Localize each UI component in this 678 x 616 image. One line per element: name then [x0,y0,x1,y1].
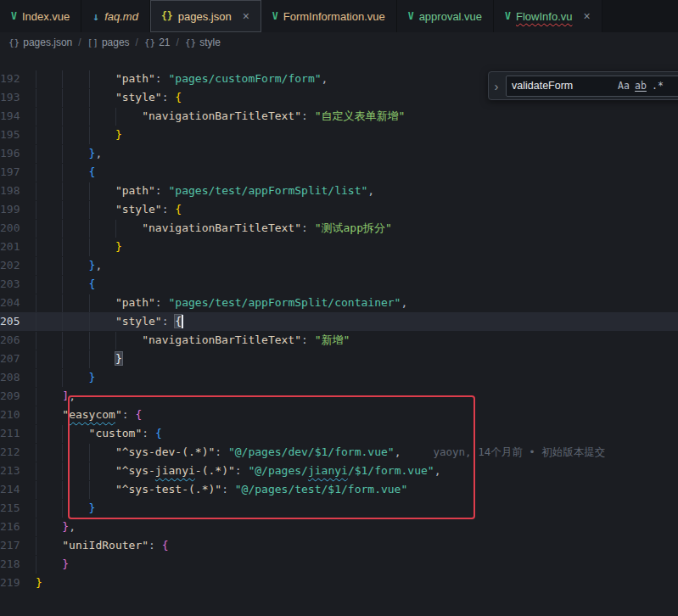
indent-guide [62,313,88,331]
line-text: "path": "pages/test/appFormSplit/list", [36,184,374,197]
indent-guide [115,332,142,350]
code-line-216[interactable]: 216}, [0,518,678,536]
tab-FormInformation.vue[interactable]: VFormInformation.vue [261,0,397,32]
breadcrumb-item-pages.json[interactable]: {}pages.json [8,36,72,48]
vue-icon: V [505,10,511,22]
close-icon[interactable]: × [584,9,591,23]
indent-guide [36,182,62,200]
line-number: 201 [0,238,36,256]
line-number: 202 [0,256,36,275]
line-text: { [36,277,95,290]
breadcrumb-item-pages[interactable]: []pages [87,36,130,48]
tab-faq.md[interactable]: ↓faq.md [81,0,150,32]
indent-guide [36,257,62,275]
tab-label: Index.vue [22,10,70,23]
code-line-218[interactable]: 218} [0,555,678,574]
code-line-213[interactable]: 213"^sys-jianyi-(.*)": "@/pages/jianyi/$… [0,462,678,480]
indent-guide [36,481,62,499]
tab-pages.json[interactable]: {}pages.json× [150,0,261,32]
code-line-200[interactable]: 200"navigationBarTitleText": "测试app拆分" [0,219,678,238]
indent-guide [36,518,62,536]
indent-guide [89,444,115,462]
line-text: { [36,165,95,178]
code-line-209[interactable]: 209], [0,387,678,406]
symbol-icon: {} [144,37,155,48]
git-blame-annotation: yaoyn, 14个月前 • 初始版本提交 [433,445,605,458]
breadcrumb-item-style[interactable]: {}style [185,36,221,48]
indent-guide [36,89,62,107]
tab-Index.vue[interactable]: VIndex.vue [0,0,81,32]
indent-guide [62,276,88,294]
line-number: 206 [0,331,36,350]
code-line-206[interactable]: 206"navigationBarTitleText": "新增" [0,331,678,350]
code-line-214[interactable]: 214"^sys-test-(.*)": "@/pages/test/$1/fo… [0,480,678,499]
line-number: 196 [0,144,36,163]
tab-approval.vue[interactable]: Vapproval.vue [397,0,494,32]
code-editor-window: VIndex.vue↓faq.md{}pages.json×VFormInfor… [0,0,678,616]
line-number: 199 [0,200,36,219]
indent-guide [89,182,115,200]
line-text: "^sys-test-(.*)": "@/pages/test/$1/form.… [36,483,407,496]
line-number: 204 [0,294,36,312]
tab-label: pages.json [178,10,232,23]
line-text: "navigationBarTitleText": "测试app拆分" [36,221,392,234]
code-line-215[interactable]: 215} [0,499,678,518]
code-line-202[interactable]: 202}, [0,256,678,275]
code-line-204[interactable]: 204"path": "pages/test/appFormSplit/cont… [0,294,678,312]
code-line-211[interactable]: 211"custom": { [0,424,678,443]
indent-guide [62,257,88,275]
regex-toggle[interactable]: .* [649,77,666,94]
indent-guide [62,238,88,256]
tab-label: faq.md [104,10,138,23]
indent-guide [89,89,115,107]
line-text: "easycom": { [36,408,142,421]
breadcrumb-item-21[interactable]: {}21 [144,36,171,48]
line-text: "navigationBarTitleText": "新增" [36,333,350,346]
code-line-210[interactable]: 210"easycom": { [0,406,678,424]
code-line-203[interactable]: 203{ [0,275,678,294]
indent-guide [36,126,62,144]
indent-guide [115,220,142,238]
breadcrumb-label: style [199,36,221,48]
tab-FlowInfo.vu[interactable]: VFlowInfo.vu× [494,0,602,32]
text-cursor [182,315,183,328]
find-input-wrap: Aa ab .* [506,76,678,97]
code-line-194[interactable]: 194"navigationBarTitleText": "自定义表单新增" [0,107,678,126]
indent-guide [62,481,88,499]
indent-guide [36,313,62,331]
whole-word-toggle[interactable]: ab [632,77,649,94]
editor: 192"path": "pages/customForm/form",193"s… [0,53,678,616]
match-case-toggle[interactable]: Aa [615,77,632,94]
line-text: "^sys-dev-(.*)": "@/pages/dev/$1/form.vu… [36,445,605,458]
code-line-201[interactable]: 201} [0,238,678,256]
chevron-right-icon[interactable]: › [490,79,502,93]
close-icon[interactable]: × [243,9,249,23]
indent-guide [62,201,88,219]
breadcrumb-separator: / [78,36,81,48]
indent-guide [36,201,62,219]
indent-guide [36,556,62,574]
line-number: 200 [0,219,36,238]
indent-guide [36,145,62,163]
indent-guide [89,294,115,312]
indent-guide [62,126,88,144]
line-text: "style": { [36,91,182,104]
line-text: "path": "pages/test/appFormSplit/contain… [36,296,407,309]
code-line-198[interactable]: 198"path": "pages/test/appFormSplit/list… [0,182,678,200]
code-line-212[interactable]: 212"^sys-dev-(.*)": "@/pages/dev/$1/form… [0,443,678,462]
code-line-219[interactable]: 219} [0,574,678,592]
code-line-205[interactable]: 205"style": { [0,312,678,331]
line-text: }, [36,259,102,272]
line-text: "style": { [36,203,182,216]
code-line-207[interactable]: 207} [0,350,678,368]
code-line-195[interactable]: 195} [0,126,678,144]
code-line-217[interactable]: 217"uniIdRouter": { [0,536,678,555]
code-line-197[interactable]: 197{ [0,163,678,182]
indent-guide [36,406,62,424]
vue-icon: V [408,10,414,22]
code-line-208[interactable]: 208} [0,368,678,387]
code-line-199[interactable]: 199"style": { [0,200,678,219]
find-input[interactable] [507,80,615,92]
code-line-196[interactable]: 196}, [0,144,678,163]
line-text: "^sys-jianyi-(.*)": "@/pages/jianyi/$1/f… [36,464,440,477]
